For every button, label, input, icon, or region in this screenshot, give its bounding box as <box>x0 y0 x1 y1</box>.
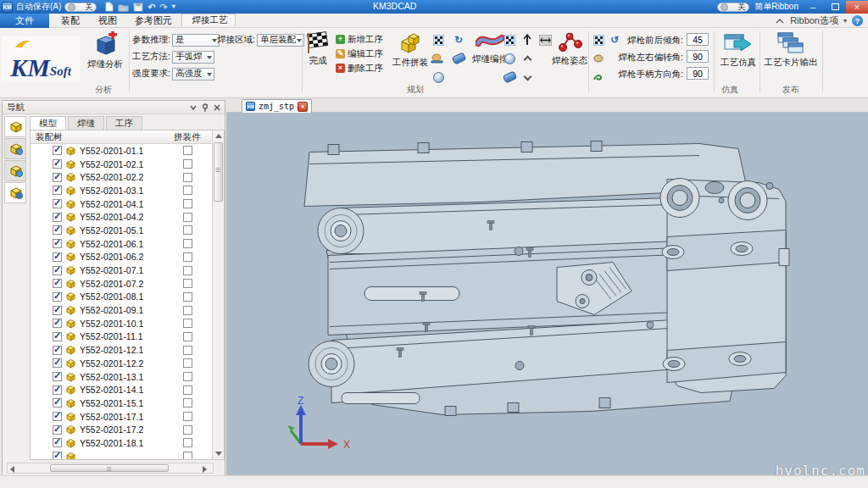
segment-tool-button[interactable] <box>502 69 517 85</box>
table-row[interactable]: Y552-0201-05.1 <box>31 224 213 237</box>
assembly-checkbox[interactable] <box>183 199 192 208</box>
visibility-checkbox[interactable] <box>53 146 62 155</box>
assembly-checkbox[interactable] <box>183 319 192 328</box>
open-folder-icon[interactable] <box>118 3 129 12</box>
assembly-checkbox[interactable] <box>183 239 192 248</box>
visibility-checkbox[interactable] <box>53 319 62 328</box>
assembly-checkbox[interactable] <box>183 173 192 182</box>
horizontal-scrollbar[interactable]: ☰ <box>7 463 214 474</box>
visibility-checkbox[interactable] <box>53 346 62 355</box>
segment-tool-button[interactable] <box>451 51 466 66</box>
move-down-button[interactable] <box>520 69 536 85</box>
table-row[interactable]: Y552-0201-10.1 <box>31 317 213 330</box>
mini-checkered-flag-button[interactable] <box>502 32 517 47</box>
help-icon[interactable]: ? <box>852 15 863 26</box>
visibility-checkbox[interactable] <box>53 279 62 288</box>
assembly-checkbox[interactable] <box>183 452 192 460</box>
tab-seam[interactable]: 焊缝 <box>68 116 104 130</box>
sphere-tool-button[interactable] <box>431 69 446 85</box>
assembly-checkbox[interactable] <box>183 385 192 395</box>
assembly-checkbox[interactable] <box>183 292 192 302</box>
table-row[interactable]: Y552-0201-06.1 <box>31 237 213 251</box>
visibility-checkbox[interactable] <box>53 372 62 381</box>
torch-yaw-input[interactable] <box>687 50 709 63</box>
tab-process[interactable]: 工序 <box>106 116 142 130</box>
autosave-toggle[interactable]: 关 <box>64 3 97 12</box>
redo-icon[interactable]: ↷ <box>160 3 168 11</box>
assembly-checkbox[interactable] <box>183 186 192 195</box>
close-panel-icon[interactable] <box>213 103 221 112</box>
visibility-checkbox[interactable] <box>53 358 62 368</box>
view-mode-part-button[interactable] <box>4 116 26 137</box>
visibility-checkbox[interactable] <box>53 438 62 447</box>
assembly-checkbox[interactable] <box>183 279 192 288</box>
new-file-icon[interactable] <box>105 2 114 12</box>
save-icon[interactable] <box>133 3 143 12</box>
tab-view[interactable]: 视图 <box>90 14 125 28</box>
visibility-checkbox[interactable] <box>53 186 62 195</box>
visibility-checkbox[interactable] <box>53 425 62 435</box>
table-row[interactable] <box>31 450 213 460</box>
collapse-ribbon-icon[interactable] <box>775 18 785 25</box>
visibility-checkbox[interactable] <box>53 385 62 395</box>
assembly-checkbox[interactable] <box>183 213 192 222</box>
seam-direction-button[interactable] <box>520 32 535 47</box>
visibility-checkbox[interactable] <box>53 452 62 460</box>
assembly-checkbox[interactable] <box>183 332 192 341</box>
table-row[interactable]: Y552-0201-08.1 <box>31 291 213 304</box>
assembly-checkbox[interactable] <box>183 372 192 381</box>
tab-welding-process[interactable]: 焊接工艺 <box>181 14 236 26</box>
table-row[interactable]: Y552-0201-02.2 <box>31 170 213 184</box>
horizontal-scroll-thumb[interactable]: ☰ <box>50 464 169 472</box>
finish-button[interactable]: 完成 <box>303 31 332 67</box>
tab-model[interactable]: 模型 <box>30 116 66 130</box>
maximize-button[interactable] <box>824 1 846 14</box>
table-row[interactable]: Y552-0201-13.1 <box>31 370 213 384</box>
table-row[interactable]: Y552-0201-12.1 <box>31 343 213 357</box>
visibility-checkbox[interactable] <box>53 199 62 208</box>
assembly-checkbox[interactable] <box>183 358 192 368</box>
visibility-checkbox[interactable] <box>53 412 62 421</box>
view-mode-assembly-button[interactable] <box>4 138 26 159</box>
torch-pitch-input[interactable] <box>687 33 709 46</box>
tab-assembly[interactable]: 装配 <box>53 14 88 28</box>
visibility-checkbox[interactable] <box>53 306 62 315</box>
assembly-checkbox[interactable] <box>183 438 192 447</box>
table-row[interactable]: Y552-0201-12.2 <box>31 357 213 370</box>
qat-customize-icon[interactable]: ▾ <box>172 3 175 11</box>
assembly-checkbox[interactable] <box>183 225 192 235</box>
process-simulation-button[interactable]: 工艺仿真 <box>717 31 760 69</box>
visibility-checkbox[interactable] <box>53 173 62 182</box>
view-mode-process-button[interactable] <box>4 182 26 203</box>
simple-ribbon-toggle[interactable]: 关 <box>717 3 749 12</box>
app-icon[interactable]: KM <box>2 2 13 13</box>
table-row[interactable]: Y552-0201-01.1 <box>31 144 213 158</box>
table-row[interactable]: Y552-0201-02.1 <box>31 158 213 171</box>
process-method-select[interactable]: 手弧焊 <box>172 51 214 64</box>
visibility-checkbox[interactable] <box>53 252 62 262</box>
vertical-scrollbar[interactable]: ☰ <box>212 130 224 459</box>
mini-checkered-flag-button[interactable] <box>431 32 446 47</box>
seam-analysis-button[interactable]: 焊缝分析 <box>83 31 127 70</box>
rotate-button[interactable]: ↻ <box>451 32 466 47</box>
scroll-right-icon[interactable] <box>203 466 210 473</box>
table-row[interactable]: Y552-0201-17.1 <box>31 410 213 424</box>
visibility-checkbox[interactable] <box>53 398 62 408</box>
sphere-tool-button[interactable] <box>502 51 517 66</box>
visibility-checkbox[interactable] <box>53 239 62 248</box>
ribbon-options-label[interactable]: Ribbon选项 <box>790 14 838 27</box>
assembly-checkbox[interactable] <box>183 412 192 421</box>
part-assembly-button[interactable]: 工件拼装 <box>388 31 432 69</box>
3d-viewport[interactable]: Z X <box>226 113 868 475</box>
table-row[interactable]: Y552-0201-14.1 <box>31 383 213 396</box>
pin-icon[interactable] <box>201 103 209 112</box>
table-row[interactable]: Y552-0201-03.1 <box>31 184 213 197</box>
scroll-up-icon[interactable] <box>215 134 222 138</box>
torch-handle-input[interactable] <box>687 67 709 80</box>
assembly-checkbox[interactable] <box>183 146 192 155</box>
table-row[interactable]: Y552-0201-17.2 <box>31 423 213 436</box>
visibility-checkbox[interactable] <box>53 292 62 302</box>
add-operation-button[interactable]: + 新增工序 <box>336 32 383 47</box>
scroll-left-icon[interactable] <box>10 466 14 473</box>
minimize-button[interactable]: – <box>802 1 824 14</box>
